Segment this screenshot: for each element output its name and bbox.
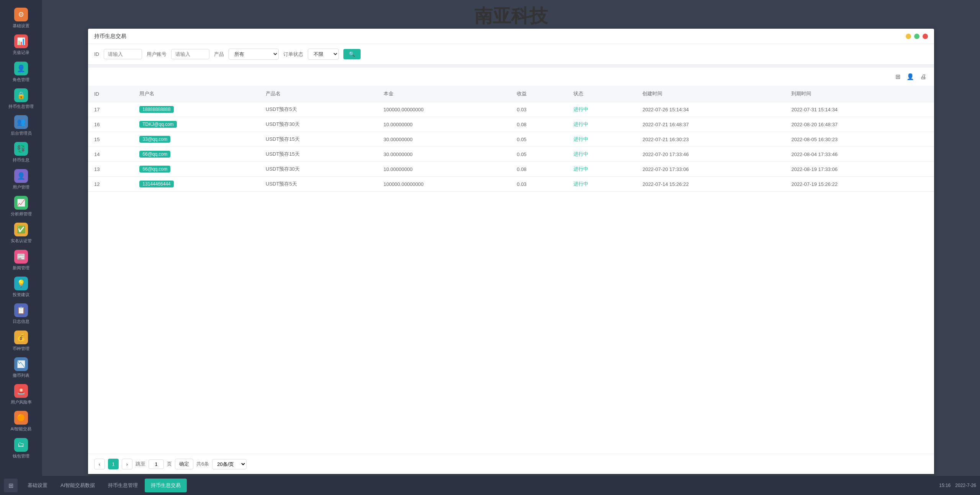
sidebar-label-recharge-records: 充值记录 <box>13 50 29 55</box>
cell-principal: 10.00000000 <box>377 117 511 132</box>
cell-create-time: 2022-07-20 17:33:06 <box>636 162 785 177</box>
sidebar-label-ai-trading: AI智能交易 <box>11 426 31 431</box>
sidebar-item-basic-settings[interactable]: ⚙ 基础设置 <box>0 4 42 31</box>
col-create-time: 创建时间 <box>636 86 785 102</box>
sidebar-item-lixi-exchange[interactable]: 💱 持币生息 <box>0 138 42 165</box>
table-header-row: ID 用户名 产品名 本金 收益 状态 创建时间 到期时间 <box>88 86 934 102</box>
cell-expire-time: 2022-08-19 17:33:06 <box>785 162 934 177</box>
sidebar-item-role-management[interactable]: 👤 角色管理 <box>0 58 42 85</box>
cell-principal: 10.00000000 <box>377 162 511 177</box>
cell-expire-time: 2022-08-20 16:48:37 <box>785 117 934 132</box>
table-body: 17 18888888888 USDT预存5天 100000.00000000 … <box>88 102 934 192</box>
col-principal: 本金 <box>377 86 511 102</box>
taskbar-start-button[interactable]: ⊞ <box>4 479 18 492</box>
col-income: 收益 <box>511 86 567 102</box>
sidebar-icon-user-management: 👤 <box>14 169 28 183</box>
taskbar-tab-ai[interactable]: AI智能交易数据 <box>54 479 101 492</box>
cell-expire-time: 2022-08-04 17:33:46 <box>785 147 934 162</box>
table-row: 15 33@qq.com USDT预存15天 30.00000000 0.05 … <box>88 132 934 147</box>
window-panel: 持币生息交易 — □ ✕ ID 用户账号 产品 所有 USDT预存5天 USDT… <box>88 29 934 474</box>
sidebar-icon-role-management: 👤 <box>14 62 28 75</box>
next-page-button[interactable]: › <box>122 459 132 469</box>
sidebar-icon-log-info: 📋 <box>14 303 28 317</box>
id-input[interactable] <box>104 49 142 59</box>
page-unit-label: 页 <box>167 461 172 467</box>
table-container: ⊞ 👤 🖨 ID 用户名 产品名 本金 收益 状态 创建时间 到期时间 <box>88 68 934 454</box>
sidebar-icon-analyst-management: 📈 <box>14 196 28 210</box>
sidebar-icon-lixi-exchange: 💱 <box>14 142 28 156</box>
col-expire-time: 到期时间 <box>785 86 934 102</box>
order-status-label: 订单状态 <box>283 51 303 58</box>
sidebar-item-coin-list[interactable]: 📉 撤币列表 <box>0 353 42 380</box>
table-row: 14 66@qq.com USDT预存15天 30.00000000 0.05 … <box>88 147 934 162</box>
sidebar-item-backend-admin[interactable]: 👥 后台管理员 <box>0 111 42 138</box>
sidebar-icon-wallet-management: 🗂 <box>14 438 28 452</box>
main-area: 南亚科技 是骗子 请勿相信 骗子网站 kvxr.com 持币生息交易 — □ ✕… <box>42 0 980 495</box>
cell-create-time: 2022-07-21 16:30:23 <box>636 132 785 147</box>
sidebar-item-news-management[interactable]: 📰 新闻管理 <box>0 246 42 273</box>
sidebar-item-wallet-management[interactable]: 🗂 钱包管理 <box>0 434 42 461</box>
cell-status: 进行中 <box>567 162 637 177</box>
user-label: 用户账号 <box>147 51 167 58</box>
page-jump-input[interactable] <box>149 459 164 469</box>
window-controls: — □ ✕ <box>906 34 928 39</box>
minimize-button[interactable]: — <box>906 34 911 39</box>
column-settings-button[interactable]: ⊞ <box>894 72 902 82</box>
user-icon-button[interactable]: 👤 <box>905 72 916 82</box>
confirm-jump-button[interactable]: 确定 <box>175 459 193 469</box>
sidebar-item-log-info[interactable]: 📋 日志信息 <box>0 300 42 326</box>
order-status-select[interactable]: 不限 进行中 已完成 已取消 <box>308 49 339 60</box>
user-input[interactable] <box>171 49 209 59</box>
sidebar-icon-basic-settings: ⚙ <box>14 8 28 21</box>
sidebar-label-coin-management: 币种管理 <box>13 346 29 351</box>
pagination: ‹ 1 › 跳至 页 确定 共6条 20条/页 50条/页 100条/页 <box>88 454 934 474</box>
cell-principal: 100000.00000000 <box>377 102 511 117</box>
sidebar-icon-news-management: 📰 <box>14 250 28 264</box>
sidebar-icon-real-name: ✅ <box>14 223 28 236</box>
sidebar-label-lixi-management: 持币生息管理 <box>8 104 34 109</box>
sidebar-item-ai-trading[interactable]: 🟠 AI智能交易 <box>0 407 42 434</box>
table-toolbar: ⊞ 👤 🖨 <box>88 68 934 86</box>
sidebar-item-investment-advice[interactable]: 💡 投资建议 <box>0 273 42 300</box>
taskbar-time: 15:16 <box>939 483 951 488</box>
sidebar-label-coin-list: 撤币列表 <box>13 373 29 378</box>
sidebar-item-real-name[interactable]: ✅ 实名认证管 <box>0 219 42 246</box>
sidebar-item-coin-management[interactable]: 💰 币种管理 <box>0 327 42 353</box>
sidebar-item-analyst-management[interactable]: 📈 分析师管理 <box>0 192 42 219</box>
cell-product: USDT预存5天 <box>260 177 377 192</box>
cell-username: 33@qq.com <box>133 132 260 147</box>
sidebar-label-user-management: 用户管理 <box>13 184 29 190</box>
sidebar-label-investment-advice: 投资建议 <box>13 292 29 297</box>
print-button[interactable]: 🖨 <box>919 72 928 82</box>
search-button[interactable]: 🔍 <box>343 49 361 59</box>
taskbar-tab-basic[interactable]: 基础设置 <box>21 479 54 492</box>
sidebar-icon-coin-management: 💰 <box>14 331 28 344</box>
cell-status: 进行中 <box>567 132 637 147</box>
cell-username: 66@qq.com <box>133 147 260 162</box>
cell-income: 0.08 <box>511 162 567 177</box>
product-label: 产品 <box>214 51 224 58</box>
sidebar-item-user-management[interactable]: 👤 用户管理 <box>0 165 42 192</box>
sidebar-item-user-risk[interactable]: 🚨 用户风险率 <box>0 380 42 407</box>
sidebar-item-lixi-management[interactable]: 🔒 持币生息管理 <box>0 85 42 111</box>
per-page-select[interactable]: 20条/页 50条/页 100条/页 <box>212 459 247 469</box>
col-status: 状态 <box>567 86 637 102</box>
jump-label: 跳至 <box>136 461 145 467</box>
taskbar-date: 2022-7-26 <box>955 483 976 488</box>
cell-id: 16 <box>88 117 133 132</box>
maximize-button[interactable]: □ <box>914 34 920 39</box>
sidebar-label-analyst-management: 分析师管理 <box>11 211 32 217</box>
taskbar-clock: 15:16 2022-7-26 <box>939 483 976 488</box>
sidebar-item-recharge-records[interactable]: 📊 充值记录 <box>0 31 42 57</box>
sidebar-icon-ai-trading: 🟠 <box>14 411 28 425</box>
close-button[interactable]: ✕ <box>923 34 928 39</box>
product-select[interactable]: 所有 USDT预存5天 USDT预存15天 USDT预存30天 <box>229 49 279 60</box>
col-product: 产品名 <box>260 86 377 102</box>
table-row: 12 13144466444 USDT预存5天 100000.00000000 … <box>88 177 934 192</box>
page-1-button[interactable]: 1 <box>108 459 119 469</box>
cell-id: 14 <box>88 147 133 162</box>
prev-page-button[interactable]: ‹ <box>94 459 105 469</box>
taskbar-tab-lixi-trade[interactable]: 持币生息交易 <box>145 479 187 492</box>
cell-principal: 100000.00000000 <box>377 177 511 192</box>
taskbar-tab-lixi-mgmt[interactable]: 持币生息管理 <box>102 479 144 492</box>
